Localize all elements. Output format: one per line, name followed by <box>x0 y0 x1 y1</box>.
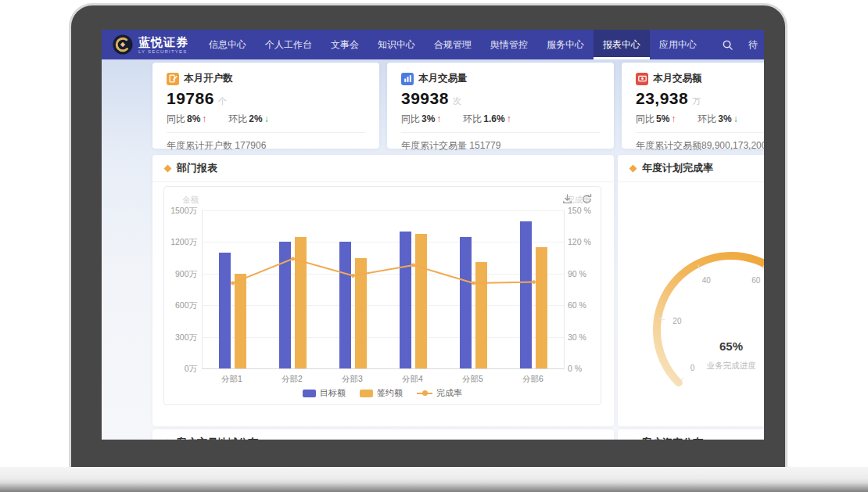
legend-label: 签约额 <box>377 387 403 399</box>
gauge-card: 年度计划完成率 02040608010065%业务完成进度 <box>618 155 764 426</box>
nav-item-服务中心[interactable]: 服务中心 <box>537 30 594 59</box>
y-left-tick: 600万 <box>164 300 197 311</box>
refresh-icon[interactable] <box>581 193 593 205</box>
gauge-section-title: 年度计划完成率 <box>642 161 713 175</box>
laptop-screen: 蓝悦证券 LY SECURITYES 信息中心个人工作台文事会知识中心合规管理舆… <box>102 30 764 440</box>
stat-card-3: 本月交易额23,938万同比5%↑环比3%↓年度累计交易额89,900,173,… <box>622 63 764 149</box>
legend-label: 目标额 <box>320 387 346 399</box>
x-tick-分部4: 分部4 <box>389 374 437 385</box>
account-open-icon <box>167 73 179 85</box>
compare-同比: 同比5%↑ <box>636 113 676 126</box>
rate-line-svg <box>203 210 564 368</box>
x-tick-分部2: 分部2 <box>268 374 317 385</box>
download-icon[interactable] <box>561 193 573 205</box>
search-icon[interactable] <box>719 36 736 53</box>
legend-label: 完成率 <box>436 387 462 399</box>
y-right-tick: 30 % <box>568 332 586 342</box>
y-left-tick: 900万 <box>164 269 197 280</box>
section-diamond-icon <box>629 164 637 172</box>
up-arrow-icon: ↑ <box>671 113 676 124</box>
compare-环比: 环比1.6%↑ <box>463 113 511 126</box>
dept-card-header: 部门报表 <box>152 155 614 182</box>
stat-value: 39938 <box>401 89 449 108</box>
stat-value: 19786 <box>167 89 214 108</box>
stat-compare-row: 同比5%↑环比3%↓ <box>636 113 764 126</box>
y-right-tick: 90 % <box>568 269 586 278</box>
x-tick-分部6: 分部6 <box>509 374 558 385</box>
laptop-base <box>0 467 868 492</box>
dept-chart-panel: 金额 完成率 目标额签约额完成率 0万0 %300万30 %600万60 %90… <box>163 186 601 405</box>
nav-item-个人工作台[interactable]: 个人工作台 <box>256 30 321 59</box>
trade-amount-icon <box>636 73 648 85</box>
y-left-tick: 1200万 <box>164 237 197 248</box>
gauge-tick-label: 0 <box>690 364 695 372</box>
x-tick-分部5: 分部5 <box>449 374 497 385</box>
stat-title: 本月交易额 <box>653 72 702 85</box>
legend-item-签约额[interactable]: 签约额 <box>360 387 403 399</box>
stat-unit: 万 <box>692 95 701 107</box>
nav-item-todo[interactable]: 待 <box>748 38 758 52</box>
stat-title-row: 本月开户数 <box>167 72 365 85</box>
stat-value-row: 23,938万 <box>636 89 764 108</box>
stat-annual: 年度累计开户数 177906 <box>167 133 365 153</box>
stat-title-row: 本月交易额 <box>636 72 764 85</box>
compare-环比: 环比3%↓ <box>698 113 737 126</box>
bottom-left-header: 客户交易地域分布 <box>152 429 614 440</box>
brand[interactable]: 蓝悦证券 LY SECURITYES <box>113 34 188 55</box>
stat-annual: 年度累计交易量 151779 <box>401 133 600 153</box>
bottom-right-title: 客户资产分布 <box>642 436 703 440</box>
nav-item-文事会[interactable]: 文事会 <box>321 30 368 59</box>
nav-item-舆情管控[interactable]: 舆情管控 <box>481 30 537 59</box>
brand-name: 蓝悦证券 <box>138 36 188 48</box>
stat-compare-row: 同比3%↑环比1.6%↑ <box>401 113 600 126</box>
legend-swatch <box>303 390 316 397</box>
x-tick-分部1: 分部1 <box>208 374 256 385</box>
y-right-tick: 0 % <box>568 364 582 373</box>
brand-logo-icon <box>113 34 133 55</box>
chart-legend: 目标额签约额完成率 <box>164 387 601 399</box>
stat-value-row: 39938次 <box>401 89 600 108</box>
gauge-label: 业务完成进度 <box>707 361 757 370</box>
stat-value-row: 19786个 <box>167 89 365 108</box>
legend-swatch <box>360 390 373 397</box>
stat-title: 本月交易量 <box>418 72 468 85</box>
stat-value: 23,938 <box>636 89 688 108</box>
nav-item-应用中心[interactable]: 应用中心 <box>650 30 706 59</box>
dept-section-title: 部门报表 <box>177 161 217 175</box>
brand-subtitle: LY SECURITYES <box>138 49 188 54</box>
dept-plot <box>202 210 565 369</box>
y-left-tick: 1500万 <box>164 206 197 217</box>
stat-title-row: 本月交易量 <box>401 72 600 85</box>
nav-item-知识中心[interactable]: 知识中心 <box>368 30 425 59</box>
bottom-left-card: 客户交易地域分布 <box>152 429 614 440</box>
compare-同比: 同比8%↑ <box>167 113 206 126</box>
x-tick-分部3: 分部3 <box>328 374 377 385</box>
section-diamond-icon <box>164 439 172 440</box>
stat-unit: 个 <box>218 95 227 107</box>
gauge-card-header: 年度计划完成率 <box>618 155 764 182</box>
compare-环比: 环比2%↓ <box>228 113 268 126</box>
y-right-tick: 150 % <box>568 206 591 215</box>
y-left-tick: 0万 <box>164 364 197 375</box>
stat-unit: 次 <box>453 95 461 107</box>
stat-title: 本月开户数 <box>184 72 233 85</box>
nav-item-报表中心[interactable]: 报表中心 <box>594 30 650 59</box>
compare-同比: 同比3%↑ <box>401 113 441 126</box>
y-left-tick: 300万 <box>164 332 197 343</box>
up-arrow-icon: ↑ <box>436 113 441 124</box>
dept-report-card: 部门报表 金额 完成率 目标额签约额完 <box>152 155 614 426</box>
section-diamond-icon <box>164 164 172 172</box>
nav-item-合规管理[interactable]: 合规管理 <box>425 30 481 59</box>
legend-line-marker <box>417 393 432 394</box>
chart-toolbar <box>561 193 593 205</box>
down-arrow-icon: ↓ <box>733 113 738 124</box>
up-arrow-icon: ↑ <box>202 113 206 124</box>
nav-item-信息中心[interactable]: 信息中心 <box>199 30 256 59</box>
bottom-right-card: 客户资产分布 <box>618 429 764 440</box>
gauge-chart-svg: 02040608010065%业务完成进度 <box>618 189 764 416</box>
gauge-wrap: 02040608010065%业务完成进度 <box>618 189 764 419</box>
legend-item-目标额[interactable]: 目标额 <box>303 387 346 399</box>
legend-item-完成率[interactable]: 完成率 <box>417 387 462 399</box>
trade-volume-icon <box>401 73 414 85</box>
y-right-tick: 120 % <box>568 237 591 246</box>
